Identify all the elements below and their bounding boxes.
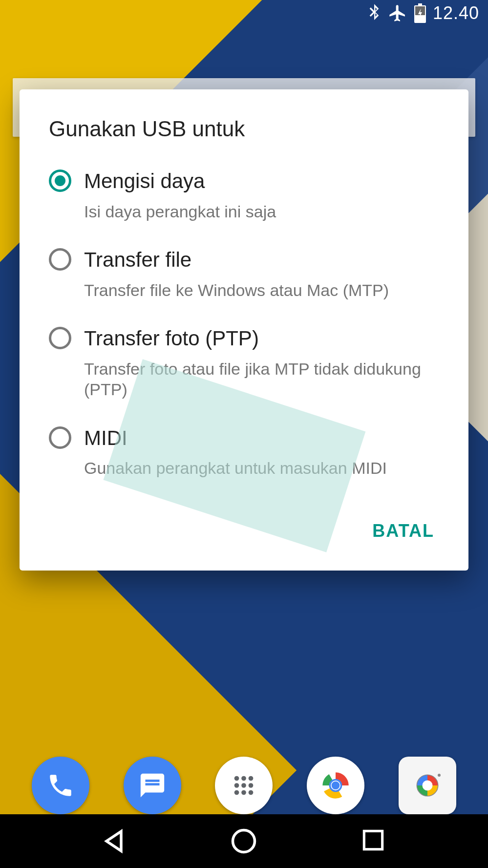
messages-app-icon[interactable] (124, 757, 181, 814)
svg-point-1 (234, 776, 239, 781)
option-charging[interactable]: Mengisi daya Isi daya perangkat ini saja (20, 156, 468, 234)
svg-point-6 (249, 783, 254, 788)
dialog-title: Gunakan USB untuk (20, 89, 468, 156)
radio-icon (49, 327, 71, 349)
navigation-bar (0, 814, 488, 868)
option-label: Mengisi daya (84, 169, 439, 194)
usb-dialog: Gunakan USB untuk Mengisi daya Isi daya … (20, 89, 468, 571)
svg-point-15 (423, 781, 433, 791)
camera-app-icon[interactable] (399, 757, 456, 814)
svg-point-8 (242, 790, 247, 795)
radio-icon (49, 426, 71, 449)
chrome-app-icon[interactable] (307, 757, 364, 814)
radio-icon (49, 248, 71, 271)
svg-rect-18 (364, 831, 382, 849)
svg-point-3 (249, 776, 254, 781)
cancel-button[interactable]: BATAL (358, 511, 449, 551)
svg-point-4 (234, 783, 239, 788)
recents-button[interactable] (360, 826, 389, 856)
svg-point-5 (242, 783, 247, 788)
option-midi[interactable]: MIDI Gunakan perangkat untuk masukan MID… (20, 413, 468, 491)
option-label: MIDI (84, 425, 439, 451)
phone-app-icon[interactable] (32, 757, 89, 814)
usb-options-list: Mengisi daya Isi daya perangkat ini saja… (20, 156, 468, 501)
option-transfer-file[interactable]: Transfer file Transfer file ke Windows a… (20, 234, 468, 313)
svg-point-13 (332, 782, 340, 790)
option-label: Transfer file (84, 247, 439, 273)
svg-point-7 (234, 790, 239, 795)
svg-point-17 (233, 830, 255, 852)
svg-point-16 (438, 774, 441, 777)
option-desc: Transfer file ke Windows atau Mac (MTP) (84, 280, 439, 301)
svg-point-9 (249, 790, 254, 795)
dialog-overlay: Gunakan USB untuk Mengisi daya Isi daya … (0, 0, 488, 868)
option-desc: Gunakan perangkat untuk masukan MIDI (84, 458, 439, 479)
back-button[interactable] (99, 826, 128, 856)
svg-point-2 (242, 776, 247, 781)
home-button[interactable] (229, 826, 258, 856)
option-desc: Isi daya perangkat ini saja (84, 201, 439, 222)
dock (0, 757, 488, 814)
app-drawer-icon[interactable] (215, 757, 273, 814)
option-label: Transfer foto (PTP) (84, 326, 439, 352)
option-desc: Transfer foto atau file jika MTP tidak d… (84, 359, 439, 400)
option-transfer-photo[interactable]: Transfer foto (PTP) Transfer foto atau f… (20, 313, 468, 413)
radio-icon (49, 169, 71, 192)
